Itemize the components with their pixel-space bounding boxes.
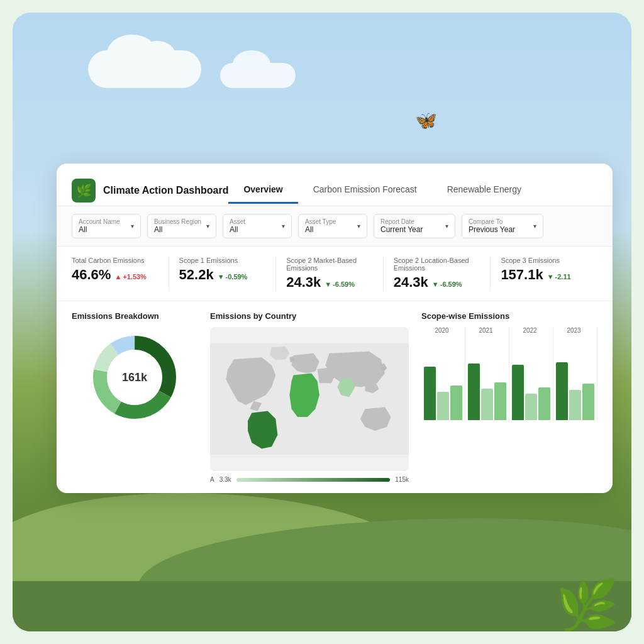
bar-2020-1 [437,392,449,420]
metric-scope3-change: ▼ -2.11 [547,273,571,280]
filter-compare-to[interactable]: Compare To Previous Year ▾ [462,214,543,238]
metric-total-carbon: Total Carbon Emissions 46.6% ▲ +1.53% [72,257,169,291]
metric-total-carbon-value-row: 46.6% ▲ +1.53% [72,267,158,283]
card-header: 🌿 Climate Action Dashboard Overview Carb… [57,164,613,206]
filter-asset[interactable]: Asset All ▾ [223,214,292,238]
metric-scope2-market-value-row: 24.3k ▼ -6.59% [286,274,373,291]
metric-total-carbon-value: 46.6% [72,267,111,283]
metric-scope1: Scope 1 Emissions 52.2k ▼ -0.59% [169,257,276,291]
filter-report-date[interactable]: Report Date Current Year ▾ [374,214,455,238]
bar-chart-area: 2020202120222023 [421,327,597,421]
metric-scope2-location-value: 24.3k [394,274,428,291]
bar-2020-0 [424,367,436,420]
bar-2021-0 [468,364,480,420]
bar-2022-1 [525,394,537,420]
year-label-2022: 2022 [509,327,553,336]
bar-2023-1 [569,390,581,420]
year-group-2020: 2020 [421,327,465,421]
metric-scope2-market-change: ▼ -6.59% [325,280,355,288]
tab-carbon-forecast[interactable]: Carbon Emission Forecast [298,177,432,204]
map-legend: A 3.3k 115k [210,476,409,483]
filter-business-region[interactable]: Business Region All ▾ [147,214,216,238]
emissions-breakdown-section: Emissions Breakdown [72,311,197,483]
world-map-svg [210,327,409,471]
year-label-2021: 2021 [465,327,509,336]
charts-row: Emissions Breakdown [57,301,613,493]
metric-scope2-market: Scope 2 Market-Based Emissions 24.3k ▼ -… [275,257,383,291]
scope-wise-emissions-section: Scope-wise Emissions 2020202120222023 [421,311,597,483]
map-legend-min-value: 3.3k [219,476,231,483]
chevron-down-icon: ▾ [131,223,134,230]
scope-wise-emissions-title: Scope-wise Emissions [421,311,597,321]
bar-2023-0 [556,362,568,420]
filter-asset-type[interactable]: Asset Type All ▾ [298,214,367,238]
metric-scope3-value: 157.1k [501,267,543,283]
year-group-2022: 2022 [509,327,553,421]
emissions-breakdown-title: Emissions Breakdown [72,311,197,321]
tab-overview[interactable]: Overview [228,177,297,204]
bar-2021-2 [494,382,506,420]
cloud-2 [220,63,296,88]
dashboard-card: 🌿 Climate Action Dashboard Overview Carb… [57,164,613,493]
metric-scope2-location-value-row: 24.3k ▼ -6.59% [394,274,480,291]
bar-2021-1 [481,389,493,420]
donut-center-label: 161k [122,371,147,384]
donut-chart: 161k [84,327,185,428]
metric-scope1-change: ▼ -0.59% [218,273,248,280]
butterfly: 🦋 [415,110,447,132]
metric-scope2-location: Scope 2 Location-Based Emissions 24.3k ▼… [383,257,491,291]
app-title: Climate Action Dashboard [103,185,228,196]
chevron-down-icon: ▾ [445,223,448,230]
metric-scope2-location-change: ▼ -6.59% [432,280,462,288]
filter-report-date-value: Current Year [380,225,441,234]
metric-scope3-value-row: 157.1k ▼ -2.11 [501,267,587,283]
filter-compare-to-label: Compare To [469,218,530,225]
chevron-down-icon: ▾ [206,223,209,230]
map-legend-max-value: 115k [395,476,409,483]
metric-scope1-label: Scope 1 Emissions [179,257,266,264]
filter-report-date-label: Report Date [380,218,441,225]
bar-2023-2 [582,384,594,420]
year-bars-2022 [509,336,553,421]
filter-compare-to-value: Previous Year [469,225,530,234]
year-bars-2021 [465,336,509,421]
metric-scope2-market-label: Scope 2 Market-Based Emissions [286,257,373,272]
filter-business-region-value: All [154,225,203,234]
ground-base [13,581,631,631]
filter-account-name-label: Account Name [79,218,127,225]
emissions-by-country-section: Emissions by Country [210,311,409,483]
plants-decoration: 🌿 [556,581,619,631]
metric-scope2-market-value: 24.3k [286,274,321,291]
year-bars-2023 [553,336,597,421]
background-scene: 🦋 🌿 🌿 Climate Action Dashboard Overview … [13,13,631,631]
chevron-down-icon: ▾ [533,223,536,230]
metrics-row: Total Carbon Emissions 46.6% ▲ +1.53% Sc… [57,247,613,301]
metric-scope2-location-label: Scope 2 Location-Based Emissions [394,257,480,272]
filters-row: Account Name All ▾ Business Region All ▾… [57,206,613,247]
metric-scope3-label: Scope 3 Emissions [501,257,587,264]
metric-total-carbon-change: ▲ +1.53% [114,273,147,280]
filter-account-name-value: All [79,225,127,234]
tab-renewable-energy[interactable]: Renewable Energy [432,177,536,204]
map-legend-min-label: A [210,476,214,483]
cloud-1 [88,50,201,88]
app-logo-icon: 🌿 [72,179,96,203]
chevron-down-icon: ▾ [357,223,360,230]
year-group-2023: 2023 [553,327,597,421]
year-bars-2020 [421,336,465,421]
filter-asset-value: All [230,225,278,234]
filter-account-name[interactable]: Account Name All ▾ [72,214,141,238]
emissions-by-country-title: Emissions by Country [210,311,409,321]
world-map-area [210,327,409,471]
chevron-down-icon: ▾ [282,223,285,230]
filter-business-region-label: Business Region [154,218,203,225]
filter-asset-type-label: Asset Type [305,218,353,225]
nav-tabs: Overview Carbon Emission Forecast Renewa… [228,177,597,204]
bar-2022-2 [538,387,550,420]
filter-asset-type-value: All [305,225,353,234]
logo-area: 🌿 Climate Action Dashboard [72,179,228,203]
metric-scope3: Scope 3 Emissions 157.1k ▼ -2.11 [490,257,597,291]
bar-2020-2 [450,386,462,420]
year-label-2023: 2023 [553,327,597,336]
bar-2022-0 [512,365,524,420]
